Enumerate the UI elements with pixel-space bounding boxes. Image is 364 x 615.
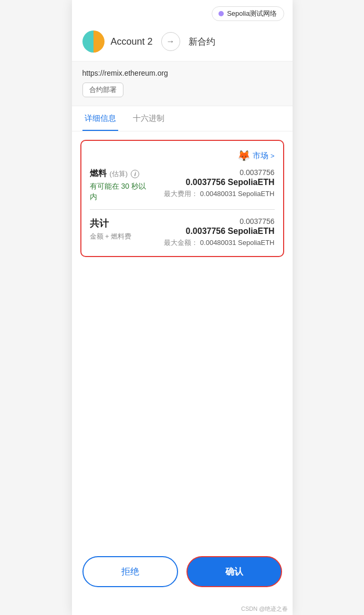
- source-section: https://remix.ethereum.org 合约部署: [72, 61, 293, 106]
- account-name: Account 2: [111, 36, 153, 47]
- network-label: Sepolia测试网络: [227, 9, 277, 18]
- gas-max-value: 0.00480031 SepoliaETH: [200, 190, 275, 198]
- gas-estimate-label: (估算): [110, 169, 128, 179]
- reject-button[interactable]: 拒绝: [82, 556, 178, 587]
- total-max-value: 0.00480031 SepoliaETH: [200, 239, 275, 247]
- tabs-bar: 详细信息 十六进制: [72, 106, 293, 131]
- confirm-button[interactable]: 确认: [186, 556, 282, 587]
- new-contract-label: 新合约: [189, 36, 215, 48]
- tab-hex[interactable]: 十六进制: [131, 106, 167, 131]
- gas-amount-small: 0.0037756: [164, 168, 274, 177]
- total-max: 最大金额： 0.00480031 SepoliaETH: [164, 238, 274, 248]
- total-amount-large: 0.0037756 SepoliaETH: [164, 227, 274, 236]
- network-dot-icon: [219, 11, 224, 16]
- gas-label: 燃料 (估算) i: [90, 168, 146, 179]
- gas-max-label: 最大费用：: [164, 190, 198, 198]
- arrow-icon: →: [161, 32, 180, 51]
- divider: [90, 209, 275, 210]
- avatar: [82, 30, 105, 53]
- total-amount-small: 0.0037756: [164, 217, 274, 226]
- market-row[interactable]: 🦊 市场 >: [90, 149, 275, 162]
- contract-badge: 合约部署: [82, 83, 123, 97]
- spacer: [72, 265, 293, 546]
- tab-details[interactable]: 详细信息: [82, 106, 118, 131]
- total-right: 0.0037756 0.0037756 SepoliaETH 最大金额： 0.0…: [164, 217, 274, 248]
- app-container: Sepolia测试网络 Account 2 → 新合约 https://remi…: [72, 0, 293, 615]
- gas-left: 燃料 (估算) i 有可能在 30 秒以内: [90, 168, 146, 202]
- total-label: 共计: [90, 217, 132, 230]
- market-label[interactable]: 市场: [253, 151, 268, 161]
- total-left: 共计 金额 + 燃料费: [90, 217, 132, 241]
- gas-max: 最大费用： 0.00480031 SepoliaETH: [164, 189, 274, 199]
- gas-right: 0.0037756 0.0037756 SepoliaETH 最大费用： 0.0…: [164, 168, 274, 199]
- network-bar: Sepolia测试网络: [72, 0, 293, 25]
- possible-time: 有可能在 30 秒以内: [90, 181, 146, 202]
- market-chevron-icon: >: [271, 152, 275, 160]
- bottom-buttons: 拒绝 确认: [72, 546, 293, 603]
- gas-amount-large: 0.0037756 SepoliaETH: [164, 178, 274, 187]
- account-header: Account 2 → 新合约: [72, 25, 293, 61]
- fox-icon: 🦊: [237, 149, 251, 162]
- gas-section: 燃料 (估算) i 有可能在 30 秒以内 0.0037756 0.003775…: [90, 168, 275, 202]
- source-url: https://remix.ethereum.org: [82, 69, 282, 77]
- info-icon[interactable]: i: [131, 170, 139, 178]
- total-section: 共计 金额 + 燃料费 0.0037756 0.0037756 SepoliaE…: [90, 217, 275, 248]
- details-card: 🦊 市场 > 燃料 (估算) i 有可能在 30 秒以内 0.0037756 0…: [80, 140, 284, 257]
- footer-credit: CSDN @绝迹之春: [72, 603, 293, 615]
- network-badge[interactable]: Sepolia测试网络: [212, 6, 284, 21]
- total-sublabel: 金额 + 燃料费: [90, 232, 132, 241]
- total-max-label: 最大金额：: [164, 239, 198, 247]
